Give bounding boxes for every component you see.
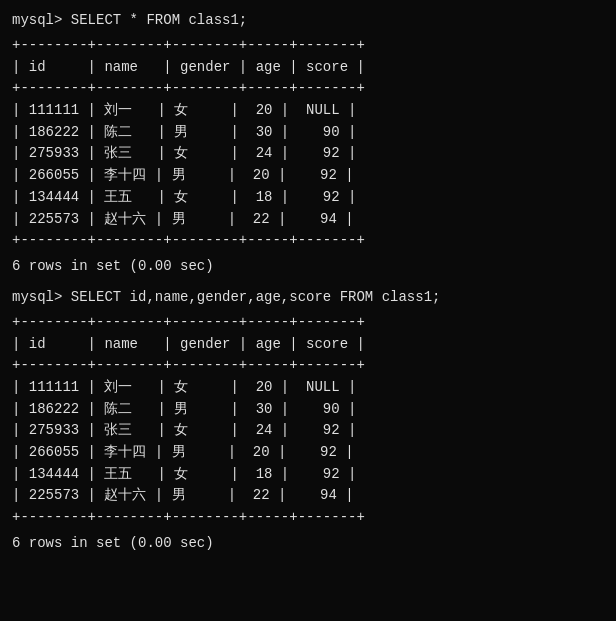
result-line-0: 6 rows in set (0.00 sec) [12,256,604,277]
table-row-0-0: | 111111 | 刘一 | 女 | 20 | NULL | [12,100,604,122]
prompt-line-0: mysql> SELECT * FROM class1; [12,10,604,31]
table-divider-mid-0: +--------+--------+--------+-----+------… [12,78,604,100]
table-row-0-4: | 134444 | 王五 | 女 | 18 | 92 | [12,187,604,209]
table-row-1-5: | 225573 | 赵十六 | 男 | 22 | 94 | [12,485,604,507]
table-row-0-3: | 266055 | 李十四 | 男 | 20 | 92 | [12,165,604,187]
table-row-0-2: | 275933 | 张三 | 女 | 24 | 92 | [12,143,604,165]
prompt-line-1: mysql> SELECT id,name,gender,age,score F… [12,287,604,308]
table-row-1-4: | 134444 | 王五 | 女 | 18 | 92 | [12,464,604,486]
table-header-1: | id | name | gender | age | score | [12,334,604,356]
table-0: +--------+--------+--------+-----+------… [12,35,604,252]
table-divider-top-0: +--------+--------+--------+-----+------… [12,35,604,57]
table-header-0: | id | name | gender | age | score | [12,57,604,79]
table-1: +--------+--------+--------+-----+------… [12,312,604,529]
table-row-1-0: | 111111 | 刘一 | 女 | 20 | NULL | [12,377,604,399]
table-row-0-1: | 186222 | 陈二 | 男 | 30 | 90 | [12,122,604,144]
table-row-0-5: | 225573 | 赵十六 | 男 | 22 | 94 | [12,209,604,231]
table-divider-mid-1: +--------+--------+--------+-----+------… [12,355,604,377]
table-row-1-1: | 186222 | 陈二 | 男 | 30 | 90 | [12,399,604,421]
table-divider-bot-0: +--------+--------+--------+-----+------… [12,230,604,252]
table-divider-top-1: +--------+--------+--------+-----+------… [12,312,604,334]
result-line-1: 6 rows in set (0.00 sec) [12,533,604,554]
table-divider-bot-1: +--------+--------+--------+-----+------… [12,507,604,529]
table-row-1-2: | 275933 | 张三 | 女 | 24 | 92 | [12,420,604,442]
terminal: mysql> SELECT * FROM class1;+--------+--… [12,10,604,554]
table-row-1-3: | 266055 | 李十四 | 男 | 20 | 92 | [12,442,604,464]
